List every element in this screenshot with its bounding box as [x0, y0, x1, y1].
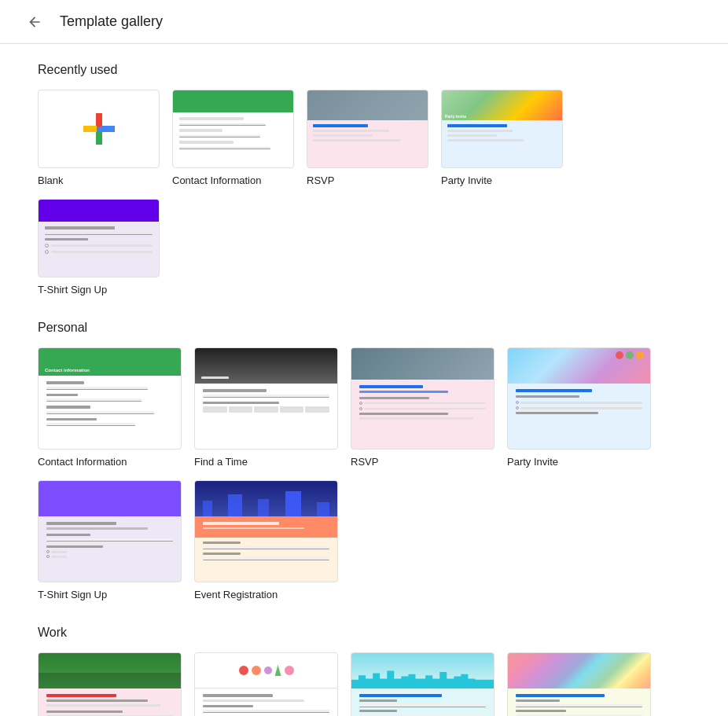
template-thumb-tshirt-recent — [38, 199, 160, 277]
template-thumb-order-form — [194, 652, 338, 716]
page-title: Template gallery — [60, 13, 163, 30]
template-thumb-job-app — [351, 652, 495, 716]
template-thumb-party-personal — [507, 347, 651, 450]
back-icon — [27, 14, 42, 30]
template-thumb-rsvp-recent — [307, 90, 428, 168]
template-contact-personal[interactable]: Contact information Contact Information — [38, 347, 182, 468]
template-rsvp-recent-label: RSVP — [307, 174, 428, 186]
template-party-recent[interactable]: Party Invite Party Invite — [441, 90, 563, 186]
work-grid: Event Feedback — [38, 652, 690, 716]
svg-rect-6 — [101, 126, 115, 132]
main-content: Recently used Blank — [0, 44, 728, 716]
template-rsvp-personal-label: RSVP — [351, 456, 495, 468]
template-party-personal[interactable]: Party Invite — [507, 347, 651, 468]
template-thumb-rsvp-personal — [351, 347, 495, 450]
svg-rect-4 — [96, 131, 102, 145]
template-find-time[interactable]: Find a Time — [194, 347, 338, 468]
recently-used-grid: Blank Contact Information — [38, 90, 690, 296]
template-thumb-time-off — [507, 652, 651, 716]
back-button[interactable] — [19, 6, 50, 38]
svg-rect-3 — [96, 113, 102, 127]
template-party-personal-label: Party Invite — [507, 456, 651, 468]
template-thumb-contact-recent — [172, 90, 294, 168]
template-event-feedback[interactable]: Event Feedback — [38, 652, 182, 716]
google-plus-icon — [80, 110, 118, 148]
template-tshirt-recent[interactable]: T-Shirt Sign Up — [38, 199, 160, 296]
template-order-form[interactable]: Order Form — [194, 652, 338, 716]
template-thumb-blank — [38, 90, 160, 168]
recently-used-section: Recently used Blank — [38, 63, 690, 296]
template-time-off[interactable]: Time Off Request — [507, 652, 651, 716]
personal-title: Personal — [38, 321, 690, 335]
personal-grid: Contact information Contact Information — [38, 347, 690, 600]
header: Template gallery — [0, 0, 728, 44]
template-tshirt-personal-label: T-Shirt Sign Up — [38, 589, 182, 600]
work-title: Work — [38, 626, 690, 640]
template-blank[interactable]: Blank — [38, 90, 160, 186]
template-tshirt-recent-label: T-Shirt Sign Up — [38, 284, 160, 296]
template-thumb-party-recent: Party Invite — [441, 90, 563, 168]
template-thumb-event-reg — [194, 480, 338, 582]
template-thumb-event-feedback — [38, 652, 182, 716]
svg-rect-5 — [83, 126, 97, 132]
template-party-recent-label: Party Invite — [441, 174, 563, 186]
template-thumb-find-time — [194, 347, 338, 450]
recently-used-title: Recently used — [38, 63, 690, 77]
template-rsvp-personal[interactable]: RSVP — [351, 347, 495, 468]
template-job-app[interactable]: Job Application — [351, 652, 495, 716]
template-event-reg-label: Event Registration — [194, 589, 338, 600]
work-section: Work — [38, 626, 690, 716]
template-tshirt-personal[interactable]: T-Shirt Sign Up — [38, 480, 182, 600]
template-contact-personal-label: Contact Information — [38, 456, 182, 468]
template-rsvp-recent[interactable]: RSVP — [307, 90, 428, 186]
template-contact-recent[interactable]: Contact Information — [172, 90, 294, 186]
template-find-time-label: Find a Time — [194, 456, 338, 468]
template-thumb-contact-personal: Contact information — [38, 347, 182, 450]
template-thumb-tshirt-personal — [38, 480, 182, 582]
template-event-reg[interactable]: Event Registration — [194, 480, 338, 600]
template-blank-label: Blank — [38, 174, 160, 186]
personal-section: Personal Contact information — [38, 321, 690, 600]
template-contact-recent-label: Contact Information — [172, 174, 294, 186]
